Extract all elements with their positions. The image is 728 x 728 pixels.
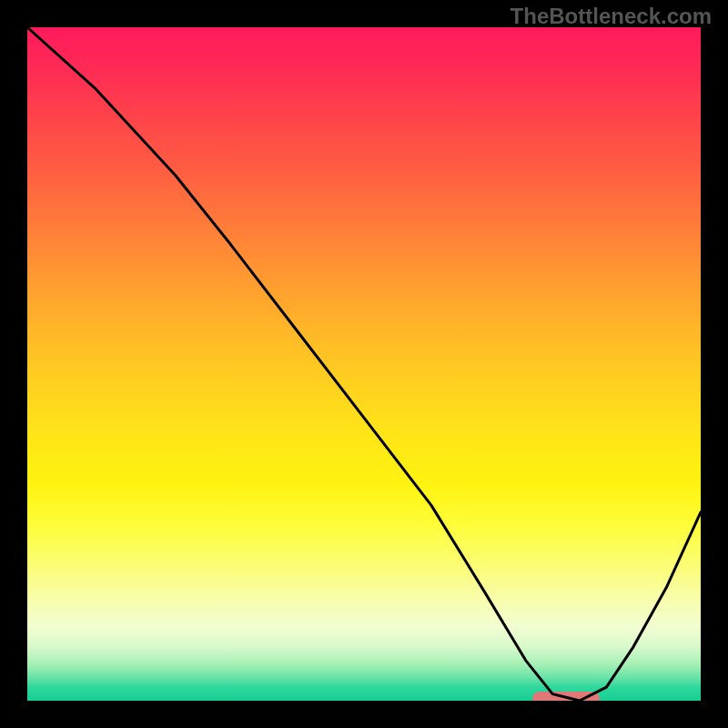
bottleneck-curve-svg	[27, 27, 701, 701]
chart-plot-area	[27, 27, 701, 701]
bottleneck-curve-path	[27, 27, 701, 701]
watermark-text: TheBottleneck.com	[511, 4, 712, 29]
